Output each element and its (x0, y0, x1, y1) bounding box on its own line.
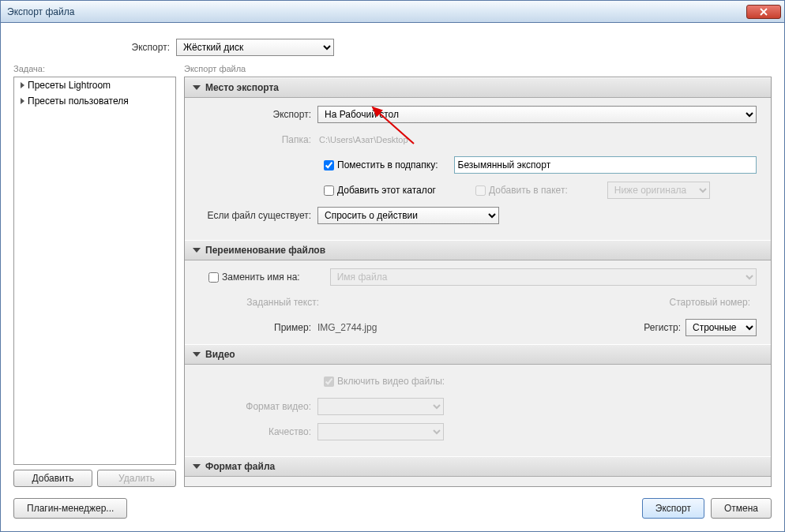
export-dialog: Экспорт файла Экспорт: Жёсткий диск Зада… (0, 0, 785, 532)
rename-template-select[interactable]: Имя файла (330, 268, 757, 286)
subfolder-input[interactable] (454, 156, 757, 174)
close-icon (760, 8, 768, 16)
preset-list[interactable]: Пресеты Lightroom Пресеты пользователя (13, 77, 176, 465)
chevron-down-icon (193, 85, 201, 90)
export-location-label: Экспорт: (199, 109, 317, 120)
remove-preset-button[interactable]: Удалить (97, 470, 176, 487)
chevron-down-icon (193, 248, 201, 253)
preset-lightroom[interactable]: Пресеты Lightroom (14, 77, 175, 93)
include-video-checkbox[interactable]: Включить видео файлы: (324, 376, 445, 387)
add-stack-checkbox[interactable]: Добавить в пакет: (475, 185, 568, 196)
section-video-header[interactable]: Видео (185, 344, 771, 365)
video-quality-select[interactable] (317, 423, 444, 440)
add-catalog-checkbox[interactable]: Добавить этот каталог (324, 185, 436, 196)
export-location-select[interactable]: На Рабочий стол (317, 106, 757, 123)
custom-text-label: Заданный текст: (199, 297, 325, 308)
plugin-manager-button[interactable]: Плагин-менеджер... (13, 498, 127, 519)
video-format-label: Формат видео: (199, 401, 317, 412)
video-format-select[interactable] (317, 398, 444, 415)
section-location-header[interactable]: Место экспорта (185, 77, 771, 98)
export-button[interactable]: Экспорт (642, 498, 704, 519)
close-button[interactable] (746, 5, 781, 19)
cancel-button[interactable]: Отмена (711, 498, 772, 519)
existing-file-select[interactable]: Спросить о действии (317, 207, 499, 224)
titlebar[interactable]: Экспорт файла (1, 1, 784, 23)
section-rename-header[interactable]: Переименование файлов (185, 240, 771, 260)
case-label: Регистр: (644, 322, 681, 333)
subfolder-checkbox[interactable]: Поместить в подпапку: (324, 159, 438, 170)
folder-label: Папка: (199, 134, 317, 145)
example-label: Пример: (199, 322, 317, 333)
export-to-label: Экспорт: (13, 42, 176, 53)
expand-icon (21, 98, 24, 104)
video-quality-label: Качество: (199, 426, 317, 437)
task-label: Задача: (13, 64, 176, 73)
rename-checkbox[interactable]: Заменить имя на: (208, 272, 300, 283)
chevron-down-icon (193, 352, 201, 357)
preset-user[interactable]: Пресеты пользователя (14, 93, 175, 109)
existing-file-label: Если файл существует: (199, 210, 317, 221)
stack-position-select[interactable]: Ниже оригинала (607, 182, 710, 199)
start-number-label: Стартовый номер: (670, 297, 757, 308)
add-preset-button[interactable]: Добавить (13, 470, 92, 487)
window-title: Экспорт файла (4, 6, 746, 17)
case-select[interactable]: Строчные (685, 319, 757, 336)
folder-path: C:\Users\Азат\Desktop (317, 135, 408, 144)
section-format-header[interactable]: Формат файла (185, 456, 771, 477)
settings-pane[interactable]: Место экспорта Экспорт: На Рабочий стол (184, 77, 772, 487)
expand-icon (21, 82, 24, 88)
chevron-down-icon (193, 464, 201, 469)
pane-label: Экспорт файла (184, 64, 772, 73)
export-target-select[interactable]: Жёсткий диск (176, 39, 334, 56)
example-value: IMG_2744.jpg (317, 322, 644, 333)
